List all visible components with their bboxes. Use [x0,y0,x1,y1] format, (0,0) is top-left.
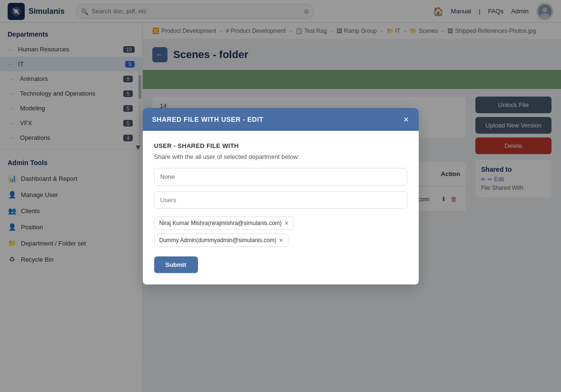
modal-section-title: USER - SHARED FILE WITH [154,142,407,149]
submit-button[interactable]: Submit [154,256,198,273]
tag-close-dummy[interactable]: × [279,237,283,244]
tag-dummy: Dummy Admin(dummyadmin@simulanis.com) × [154,234,288,247]
tag-label-niraj: Niraj Kumar Mishra(nirajmishra@simulanis… [159,220,282,226]
tag-close-niraj[interactable]: × [285,220,288,226]
tag-label-dummy: Dummy Admin(dummyadmin@simulanis.com) [159,237,276,244]
modal: SHARED FILE WITH USER - EDIT × USER - SH… [143,108,419,284]
tags-container: Niraj Kumar Mishra(nirajmishra@simulanis… [154,216,407,247]
modal-overlay[interactable]: SHARED FILE WITH USER - EDIT × USER - SH… [0,0,561,392]
modal-header: SHARED FILE WITH USER - EDIT × [143,108,419,131]
modal-users-input[interactable] [154,191,407,209]
modal-body: USER - SHARED FILE WITH Share with the a… [143,131,419,284]
modal-subtitle: Share with the all user of selected depa… [154,153,407,160]
tag-niraj: Niraj Kumar Mishra(nirajmishra@simulanis… [154,216,294,230]
modal-title: SHARED FILE WITH USER - EDIT [152,116,264,123]
modal-department-select[interactable]: None [154,168,407,186]
modal-close-button[interactable]: × [404,115,409,124]
